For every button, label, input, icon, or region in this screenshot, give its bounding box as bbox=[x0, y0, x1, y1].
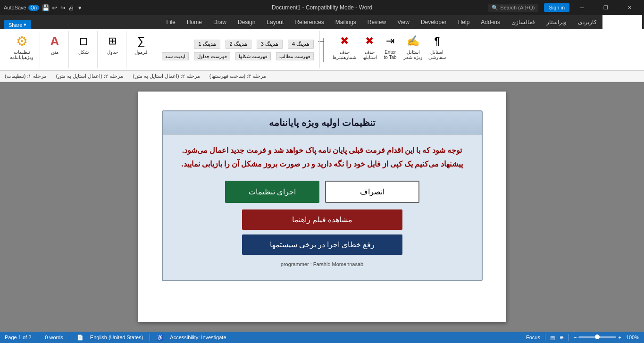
ribbon-group-formula: ∑ فرمول bbox=[127, 31, 155, 68]
tab-design[interactable]: Design bbox=[232, 15, 261, 29]
heading2-label: هدینگ 2 bbox=[226, 40, 251, 49]
enter-to-tab-label: Enterto Tab bbox=[384, 50, 397, 60]
tab-draw[interactable]: Draw bbox=[208, 15, 232, 29]
dialog-title: تنظیمات اولیه ویژه پایاننامه bbox=[172, 117, 472, 128]
title-bar-left: AutoSave On 💾 ↩ ↪ 🖨 ▾ bbox=[4, 4, 216, 11]
warning-line1: توجه شود که با این اقدام فرمت قبلی پایان… bbox=[182, 146, 462, 154]
update-label: آپدیت سند bbox=[162, 52, 189, 60]
autosave-control[interactable]: AutoSave On bbox=[4, 5, 39, 11]
status-separator-4 bbox=[545, 334, 545, 341]
delete-styles-label: حذفاستایلها bbox=[362, 50, 377, 60]
zoom-out-icon[interactable]: − bbox=[574, 335, 577, 340]
stage-2b: مرحله ۲: (اعمال استایل به متن) bbox=[133, 73, 200, 79]
zoom-controls: − + bbox=[574, 335, 621, 340]
ribbon-btn-heading4[interactable]: هدینگ 4 bbox=[286, 39, 316, 50]
dialog-footer: programmer : Farshid Momennasab bbox=[177, 261, 468, 271]
tab-view[interactable]: View bbox=[392, 15, 415, 29]
ribbon-btn-poetry-style[interactable]: ✍ استایلویژه شعر bbox=[401, 32, 425, 61]
tab-virastaar[interactable]: ویراستار bbox=[541, 15, 572, 29]
formula-label: فرمول bbox=[134, 50, 148, 55]
tab-help[interactable]: Help bbox=[452, 15, 476, 29]
status-bar: Page 1 of 2 0 words 📄 English (United St… bbox=[0, 332, 644, 343]
custom-style-icon: ¶ bbox=[429, 33, 444, 49]
toc-label: فهرست مطالب bbox=[276, 52, 314, 60]
undo-icon[interactable]: ↩ bbox=[50, 4, 58, 11]
focus-label[interactable]: Focus bbox=[526, 335, 540, 340]
heading3-label: هدینگ 3 bbox=[257, 40, 283, 49]
zoom-in-icon[interactable]: + bbox=[618, 335, 621, 340]
troubleshoot-btn-wrapper: رفع خطای اجرا در برخی سیستمها bbox=[177, 234, 468, 255]
tab-review[interactable]: Review bbox=[362, 15, 392, 29]
zoom-level[interactable]: 100% bbox=[626, 335, 639, 340]
view-web-icon[interactable]: ⊕ bbox=[560, 335, 564, 341]
ribbon-btn-shape[interactable]: ◻ شکل bbox=[74, 32, 93, 56]
ribbon-group-styles: ¶ استایلسفارشی ✍ استایلویژه شعر ⇥ Entert… bbox=[326, 31, 452, 68]
autosave-toggle[interactable]: On bbox=[28, 5, 39, 11]
tab-references[interactable]: References bbox=[289, 15, 329, 29]
share-button[interactable]: Share ▾ bbox=[4, 20, 31, 29]
ribbon-group-settings: ⚙ تنظیماتویژهپایاننامه bbox=[4, 31, 40, 68]
ribbon-group-shape: ◻ شکل bbox=[70, 31, 98, 68]
ribbon-btn-table[interactable]: ⊞ جدول bbox=[102, 32, 122, 56]
ribbon-group-table: ⊞ جدول bbox=[99, 31, 126, 68]
poetry-style-label: استایلویژه شعر bbox=[403, 50, 423, 60]
video-button[interactable]: مشاهده فیلم راهنما bbox=[242, 209, 402, 230]
status-bar-left: Page 1 of 2 0 words 📄 English (United St… bbox=[5, 334, 226, 341]
tab-developer[interactable]: Developer bbox=[415, 15, 452, 29]
title-bar: AutoSave On 💾 ↩ ↪ 🖨 ▾ Document1 - Compat… bbox=[0, 0, 644, 15]
tab-file[interactable]: File bbox=[161, 15, 181, 29]
ribbon-btn-text[interactable]: A متن bbox=[45, 32, 65, 56]
ribbon-btn-heading2[interactable]: هدینگ 2 bbox=[224, 39, 253, 50]
dialog-body: توجه شود که با این اقدام فرمت قبلی پایان… bbox=[163, 134, 482, 280]
table-icon: ⊞ bbox=[105, 33, 120, 49]
ribbon-btn-heading3[interactable]: هدینگ 3 bbox=[255, 39, 284, 50]
ribbon-btn-delete-styles[interactable]: ✖ حذفاستایلها bbox=[360, 32, 379, 61]
ribbon-btn-delete-numbering[interactable]: ✖ حذفشمارهتیترها bbox=[330, 32, 359, 61]
share-chevron-icon: ▾ bbox=[24, 22, 26, 28]
ribbon-btn-formula[interactable]: ∑ فرمول bbox=[131, 32, 151, 56]
redo-icon[interactable]: ↪ bbox=[59, 4, 67, 11]
ribbon-btn-toc[interactable]: فهرست مطالب bbox=[274, 51, 316, 61]
troubleshoot-button[interactable]: رفع خطای اجرا در برخی سیستمها bbox=[242, 234, 402, 255]
custom-style-label: استایلسفارشی bbox=[428, 50, 446, 60]
enter-to-tab-icon: ⇥ bbox=[383, 33, 398, 49]
customize-icon[interactable]: ▾ bbox=[76, 4, 84, 11]
tab-faalsazi[interactable]: فعالسازی bbox=[506, 15, 541, 29]
dialog-warning: توجه شود که با این اقدام فرمت قبلی پایان… bbox=[177, 144, 468, 171]
ribbon-btn-enter-to-tab[interactable]: ⇥ Enterto Tab bbox=[380, 32, 400, 61]
tab-layout[interactable]: Layout bbox=[261, 15, 289, 29]
tab-home[interactable]: Home bbox=[181, 15, 208, 29]
tab-vizhepayannama[interactable]: ویژهپایاننامه bbox=[602, 15, 642, 29]
save-icon[interactable]: 💾 bbox=[42, 4, 50, 11]
accessibility-icon: ♿ bbox=[157, 335, 163, 341]
view-normal-icon[interactable]: ▤ bbox=[550, 335, 555, 341]
ribbon-btn-heading1[interactable]: هدینگ 1 bbox=[192, 39, 222, 50]
print-icon[interactable]: 🖨 bbox=[67, 4, 75, 11]
ribbon-btn-settings[interactable]: ⚙ تنظیماتویژهپایاننامه bbox=[8, 32, 36, 61]
language-label: English (United States) bbox=[90, 335, 143, 340]
restore-button[interactable]: ❐ bbox=[595, 0, 617, 15]
stage-1: مرحله ۱: (تنظیمات) bbox=[5, 73, 47, 79]
ribbon-btn-tof[interactable]: فهرست شکلها bbox=[234, 51, 273, 61]
text-label: متن bbox=[51, 50, 59, 55]
ribbon-btn-custom-style[interactable]: ¶ استایلسفارشی bbox=[426, 32, 448, 61]
tab-karbordi[interactable]: کاربردی bbox=[572, 15, 602, 29]
execute-button[interactable]: اجرای تنظیمات bbox=[225, 181, 319, 203]
stage-2a: مرحله ۲: (اعمال استایل به متن) bbox=[56, 73, 124, 79]
ribbon-btn-tot[interactable]: فهرست جداول bbox=[192, 51, 232, 61]
ribbon-group-headings: هدینگ 4 هدینگ 3 هدینگ 2 هدینگ 1 فهرست مط… bbox=[156, 31, 320, 68]
stage-bar: مرحله ۱: (تنظیمات) مرحله ۲: (اعمال استای… bbox=[0, 71, 644, 82]
search-icon: 🔍 bbox=[492, 5, 498, 11]
shape-icon: ◻ bbox=[76, 33, 91, 49]
settings-label: تنظیماتویژهپایاننامه bbox=[10, 50, 33, 60]
ribbon-btn-update[interactable]: آپدیت سند bbox=[160, 51, 191, 61]
tab-addins[interactable]: Add-ins bbox=[475, 15, 506, 29]
zoom-slider[interactable] bbox=[578, 336, 616, 338]
tab-mailings[interactable]: Mailings bbox=[330, 15, 362, 29]
video-btn-wrapper: مشاهده فیلم راهنما bbox=[177, 209, 468, 230]
close-button[interactable]: ✕ bbox=[619, 0, 640, 15]
cancel-button[interactable]: انصراف bbox=[325, 181, 419, 203]
sign-in-button[interactable]: Sign in bbox=[544, 3, 569, 12]
minimize-button[interactable]: ─ bbox=[571, 0, 593, 15]
delete-styles-icon: ✖ bbox=[362, 33, 377, 49]
